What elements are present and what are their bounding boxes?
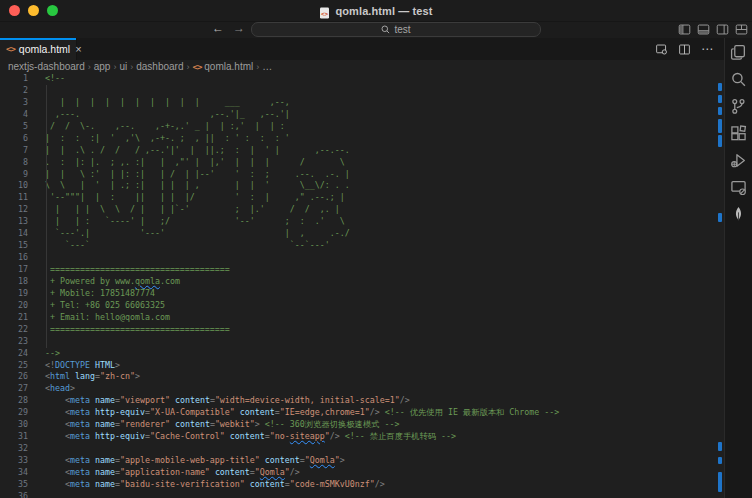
- code-line[interactable]: 7| | .\ . / / / ,--.'|' | ||.; : | ' | ,…: [0, 145, 724, 157]
- code-line[interactable]: 25<!DOCTYPE HTML>: [0, 360, 724, 372]
- minimize-window-button[interactable]: [28, 5, 39, 16]
- run-debug-icon[interactable]: [730, 152, 747, 169]
- code-line[interactable]: 31 <meta http-equiv="Cache-Control" cont…: [0, 431, 724, 443]
- go-forward-button[interactable]: →: [233, 21, 245, 35]
- line-content: <meta name="viewport" content="width=dev…: [45, 395, 410, 407]
- editor-pane[interactable]: 1<!--23 | | | | | | | | | | ___ ,--,4 ,-…: [0, 73, 724, 498]
- command-center-search[interactable]: test: [251, 22, 541, 37]
- remote-explorer-icon[interactable]: [730, 179, 747, 196]
- code-line[interactable]: 10\ \ | ' | .; :| | | | , | | ' \__\/: .…: [0, 180, 724, 192]
- line-number: 16: [0, 252, 28, 264]
- source-control-icon[interactable]: [730, 98, 747, 115]
- line-content: | : : :| ' ,'\ ,-+-. ; , || : ' : : : ': [45, 133, 290, 145]
- split-editor-icon[interactable]: [678, 43, 691, 56]
- code-line[interactable]: 13 | | : `----' | ;/ '--' ; : .' \: [0, 216, 724, 228]
- mongodb-icon[interactable]: [730, 206, 747, 223]
- line-content: <meta http-equiv="X-UA-Compatible" conte…: [45, 407, 559, 419]
- code-line[interactable]: 6| : : :| ' ,'\ ,-+-. ; , || : ' : : : ': [0, 133, 724, 145]
- ruler-info-mark: [718, 472, 722, 492]
- line-number: 15: [0, 240, 28, 252]
- line-number: 23: [0, 336, 28, 348]
- line-content: <!--: [45, 73, 65, 85]
- breadcrumb-item[interactable]: qomla.html: [204, 61, 253, 72]
- line-number: 10: [0, 180, 28, 192]
- code-line[interactable]: 15 `---` `--`---': [0, 240, 724, 252]
- code-line[interactable]: 5 / / \-. ,--. ,-+-,.' _ | | :,' | | :: [0, 121, 724, 133]
- line-number: 33: [0, 455, 28, 467]
- tab-qomla-html[interactable]: <> qomla.html ×: [0, 38, 77, 60]
- code-line[interactable]: 11 '--"""| | : || | | |/ ' : | ," .--.; …: [0, 192, 724, 204]
- activity-bar: [724, 38, 752, 498]
- line-number: 13: [0, 216, 28, 228]
- code-line[interactable]: 29 <meta http-equiv="X-UA-Compatible" co…: [0, 407, 724, 419]
- zoom-window-button[interactable]: [47, 5, 58, 16]
- line-content: + Tel: +86 025 66063325: [45, 300, 165, 312]
- line-number: 7: [0, 145, 28, 157]
- close-window-button[interactable]: [9, 5, 20, 16]
- code-line[interactable]: 12 | | | \ \ / | | |`-' ; |.' / / ,. |: [0, 204, 724, 216]
- tab-label: qomla.html: [19, 43, 70, 55]
- line-number: 9: [0, 169, 28, 181]
- code-line[interactable]: 4 ,---. ,--.'|_ ,--.'|: [0, 109, 724, 121]
- code-line[interactable]: 21 + Email: hello@qomla.com: [0, 312, 724, 324]
- code-line[interactable]: 9| | \ :' | |: :| | / | |--' ' : ; .--. …: [0, 169, 724, 181]
- line-content: `---'.| '---' | , .-./: [45, 228, 350, 240]
- line-content: ====================================: [45, 324, 230, 336]
- search-icon[interactable]: [730, 71, 747, 88]
- code-line[interactable]: 14 `---'.| '---' | , .-./: [0, 228, 724, 240]
- line-number: 1: [0, 73, 28, 85]
- line-content: | | .\ . / / / ,--.'|' | ||.; : | ' | ,-…: [45, 145, 350, 157]
- breadcrumb-item[interactable]: …: [262, 61, 272, 72]
- toggle-secondary-sidebar-icon[interactable]: [716, 23, 729, 36]
- code-line[interactable]: 19 + Mobile: 17851487774: [0, 288, 724, 300]
- code-line[interactable]: 24-->: [0, 348, 724, 360]
- window-title: qomla.html — test: [335, 5, 432, 17]
- line-number: 35: [0, 479, 28, 491]
- code-line[interactable]: 34 <meta name="application-name" content…: [0, 467, 724, 479]
- go-back-button[interactable]: ←: [212, 21, 224, 35]
- code-line[interactable]: 33 <meta name="apple-mobile-web-app-titl…: [0, 455, 724, 467]
- code-line[interactable]: 3 | | | | | | | | | | ___ ,--,: [0, 97, 724, 109]
- code-line[interactable]: 30 <meta name="renderer" content="webkit…: [0, 419, 724, 431]
- code-line[interactable]: 23: [0, 336, 724, 348]
- tab-close-icon[interactable]: ×: [75, 43, 81, 55]
- breadcrumb-item[interactable]: app: [94, 61, 111, 72]
- open-preview-icon[interactable]: [655, 43, 668, 56]
- explorer-icon[interactable]: [730, 44, 747, 61]
- line-content: + Mobile: 17851487774: [45, 288, 155, 300]
- code-line[interactable]: 26<html lang="zh-cn">: [0, 371, 724, 383]
- line-number: 32: [0, 443, 28, 455]
- code-line[interactable]: 17 ====================================: [0, 264, 724, 276]
- toggle-panel-icon[interactable]: [697, 23, 710, 36]
- code-line[interactable]: 28 <meta name="viewport" content="width=…: [0, 395, 724, 407]
- code-line[interactable]: 36: [0, 491, 724, 498]
- code-line[interactable]: 27<head>: [0, 383, 724, 395]
- code-line[interactable]: 16: [0, 252, 724, 264]
- code-line[interactable]: 1<!--: [0, 73, 724, 85]
- extensions-icon[interactable]: [730, 125, 747, 142]
- line-number: 6: [0, 133, 28, 145]
- code-line[interactable]: 8. : |: |. ; ,. :| | ,"' | |,' | | | / \: [0, 157, 724, 169]
- indent-guide: [46, 85, 47, 348]
- code-line[interactable]: 32: [0, 443, 724, 455]
- line-number: 21: [0, 312, 28, 324]
- line-content: ====================================: [45, 264, 230, 276]
- line-number: 17: [0, 264, 28, 276]
- code-line[interactable]: 2: [0, 85, 724, 97]
- breadcrumb-item[interactable]: dashboard: [136, 61, 183, 72]
- breadcrumb-item[interactable]: ui: [119, 61, 127, 72]
- more-actions-icon[interactable]: ⋯: [701, 42, 714, 56]
- code-line[interactable]: 20 + Tel: +86 025 66063325: [0, 300, 724, 312]
- line-number: 19: [0, 288, 28, 300]
- toggle-primary-sidebar-icon[interactable]: [678, 23, 691, 36]
- breadcrumb-item[interactable]: nextjs-dashboard: [8, 61, 85, 72]
- ruler-info-mark: [718, 135, 722, 147]
- code-line[interactable]: 22 ====================================: [0, 324, 724, 336]
- line-content: <meta name="apple-mobile-web-app-title" …: [45, 455, 345, 467]
- code-line[interactable]: 35 <meta name="baidu-site-verification" …: [0, 479, 724, 491]
- line-number: 28: [0, 395, 28, 407]
- code-line[interactable]: 18 + Powered by www.qomla.com: [0, 276, 724, 288]
- line-content: -->: [45, 348, 60, 360]
- customize-layout-icon[interactable]: [735, 23, 748, 36]
- line-number: 14: [0, 228, 28, 240]
